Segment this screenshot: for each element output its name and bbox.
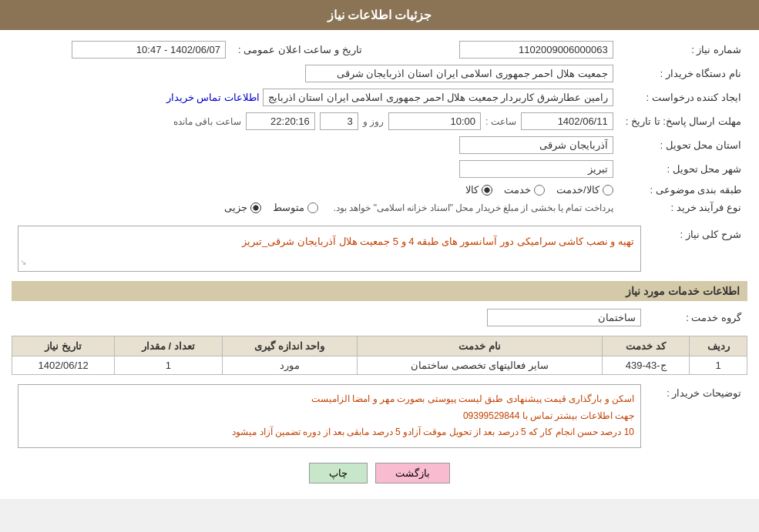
category-kala-option: کالا [465,184,492,196]
radio-jozei [250,202,261,213]
announce-time-label: تاریخ و ساعت اعلان عمومی : [232,38,368,62]
col-count: تعداد / مقدار [115,336,222,356]
col-date: تاریخ نیاز [12,336,115,356]
col-unit: واحد اندازه گیری [222,336,358,356]
back-button[interactable]: بازگشت [375,463,450,483]
need-number-value: 1102009006000063 [459,41,613,59]
announce-time-value: 1402/06/07 - 10:47 [72,41,226,59]
reply-date: 1402/06/11 [521,112,613,130]
button-row: بازگشت چاپ [12,463,747,483]
category-kala-label: کالا [465,184,479,196]
category-kala-khedmat-label: کالا/خدمت [556,184,599,196]
cell-unit: مورد [222,356,358,375]
col-code: کد خدمت [603,336,690,356]
purchase-type-label: نوع فرآیند خرید : [620,199,747,216]
radio-kala-khedmat [603,185,613,196]
service-group-label: گروه خدمت : [647,306,747,330]
category-khedmat-option: خدمت [504,184,545,196]
category-khedmat-label: خدمت [504,184,531,196]
cell-radif: 1 [690,356,747,375]
page-title: جزئیات اطلاعات نیاز [0,0,759,30]
purchase-jozei-option: جزیی [224,202,261,213]
services-section-title: اطلاعات خدمات مورد نیاز [12,281,747,301]
reply-remaining-label: ساعت باقی مانده [173,116,241,127]
col-radif: ردیف [690,336,747,356]
services-table: ردیف کد خدمت نام خدمت واحد اندازه گیری ت… [12,336,747,375]
reply-days: 3 [320,112,358,130]
creator-link[interactable]: اطلاعات تماس خریدار [166,92,260,103]
purchase-motaset-label: متوسط [273,202,304,213]
category-label: طبقه بندی موضوعی : [620,181,747,199]
creator-value: رامین عطارشرق کاربردار جمعیت هلال احمر ج… [263,89,613,106]
province-value: آذربایجان شرقی [459,136,613,154]
purchase-note: پرداخت تمام یا بخشی از مبلغ خریدار محل "… [334,202,613,213]
table-row: 1 ج-43-439 سایر فعالیتهای تخصصی ساختمان … [12,356,747,375]
city-value: تبریز [459,160,613,178]
purchase-jozei-label: جزیی [224,202,247,213]
radio-motaset [307,202,318,213]
city-label: شهر محل تحویل : [620,157,747,181]
cell-code: ج-43-439 [603,356,690,375]
category-kala-khedmat-option: کالا/خدمت [556,184,613,196]
buyer-note-value: اسکن و بارگذاری قیمت پیشنهادی طبق لیست پ… [18,384,641,448]
need-desc-value: تهیه و نصب کاشی سرامیکی دور آسانسور های … [18,226,641,272]
creator-label: ایجاد کننده درخواست : [620,85,747,109]
print-button[interactable]: چاپ [309,463,368,483]
purchase-motaset-option: متوسط [273,202,318,213]
cell-date: 1402/06/12 [12,356,115,375]
col-name: نام خدمت [358,336,603,356]
buyer-org-value: جمعیت هلال احمر جمهوری اسلامی ایران استا… [305,65,613,82]
buyer-org-label: نام دستگاه خریدار : [620,62,747,85]
cell-count: 1 [115,356,222,375]
reply-time: 10:00 [388,112,481,130]
radio-khedmat [534,185,545,196]
reply-time-label: ساعت : [485,116,516,127]
buyer-note-label: توضیحات خریدار : [647,381,747,451]
radio-kala [482,185,492,196]
cell-name: سایر فعالیتهای تخصصی ساختمان [358,356,603,375]
reply-deadline-label: مهلت ارسال پاسخ: تا تاریخ : [620,109,747,133]
reply-remaining: 22:20:16 [246,112,315,130]
reply-day-label: روز و [363,116,384,127]
province-label: استان محل تحویل : [620,133,747,157]
service-group-value: ساختمان [487,309,641,326]
need-desc-label: شرح کلی نیاز : [647,223,747,275]
need-number-label: شماره نیاز : [620,38,747,62]
